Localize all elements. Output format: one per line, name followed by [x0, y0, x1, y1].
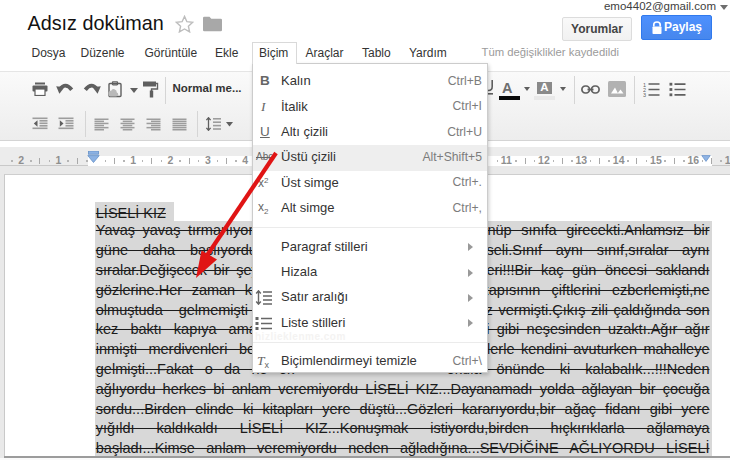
- svg-text:3: 3: [643, 92, 646, 97]
